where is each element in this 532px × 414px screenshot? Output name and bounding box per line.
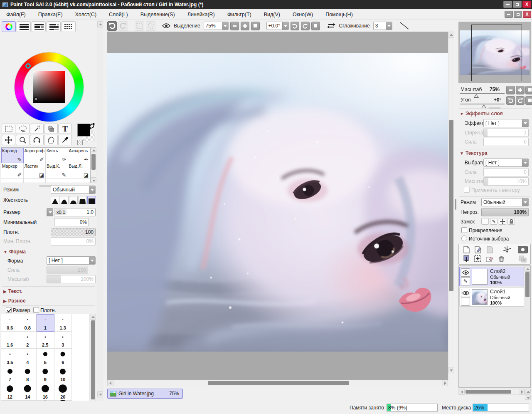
tab-color-wheel[interactable] [2, 21, 16, 32]
rotate-view-tool[interactable] [30, 135, 44, 145]
layer-row[interactable]: Слой1Обычный100% [459, 287, 524, 307]
lock-paint-button[interactable]: ✎ [490, 218, 498, 225]
brush-item[interactable] [1, 178, 24, 183]
brush-size-item[interactable]: 14 [19, 383, 37, 401]
menu-item-3[interactable]: Слой(L) [103, 9, 134, 20]
select-layer-content-icon[interactable] [473, 255, 483, 263]
move-tool[interactable] [2, 135, 15, 145]
effect-width-slider[interactable]: 1 [483, 129, 529, 137]
brush-size-item[interactable]: 0.8 [19, 314, 37, 332]
layer-effects-header[interactable]: ▼Эффекты слоя [460, 111, 503, 117]
navigator-view-rect[interactable] [471, 25, 522, 81]
canvas-artwork[interactable] [107, 53, 448, 352]
hardness-1-button[interactable] [51, 196, 59, 204]
brush-size-item[interactable]: 9 [37, 366, 54, 384]
brush-size-item[interactable]: 10 [54, 366, 72, 384]
angle-combo[interactable]: +0.0° [266, 22, 289, 30]
menu-item-5[interactable]: Линейка(R) [181, 9, 221, 20]
text-section-header[interactable]: ▶Текст. [3, 288, 22, 294]
layers-horizontal-scrollbar[interactable] [458, 389, 525, 395]
size-toggle-checkbox[interactable] [6, 307, 12, 313]
canvas-horizontal-scrollbar[interactable] [107, 380, 448, 386]
tab-rgb-sliders[interactable] [17, 21, 31, 32]
panel-splitter[interactable] [454, 20, 457, 401]
clear-layer-icon[interactable] [485, 255, 495, 263]
size-unit-dropdown[interactable] [47, 208, 53, 216]
canvas-viewport[interactable] [104, 32, 448, 380]
lock-move-button[interactable] [499, 218, 506, 225]
scroll-up-icon[interactable] [525, 389, 531, 394]
menu-item-1[interactable]: Правка(E) [32, 9, 69, 20]
layer-visibility-eye-icon[interactable] [461, 289, 470, 297]
brush-item[interactable] [24, 178, 46, 183]
brush-size-item[interactable]: 2.5 [37, 332, 54, 349]
hand-tool[interactable] [44, 135, 58, 145]
brush-size-item[interactable]: 3.5 [1, 349, 19, 366]
lasso-tool[interactable] [16, 124, 30, 134]
brush-size-item[interactable]: 12 [1, 383, 19, 401]
zoom-reset-button[interactable] [251, 22, 260, 30]
doc-close-button[interactable]: X [523, 11, 531, 18]
document-tab[interactable]: Girl in Water.jpg 75% [107, 389, 183, 399]
texture-scale-slider[interactable]: 10% [483, 177, 529, 186]
nav-rotate-cw-button[interactable] [516, 96, 525, 105]
density-slider[interactable]: 100 [51, 228, 96, 236]
min-size-field[interactable]: 0% [54, 218, 89, 226]
redo-button[interactable] [118, 21, 128, 31]
delete-layer-icon[interactable] [496, 255, 506, 263]
tab-hsv-sliders[interactable] [32, 21, 46, 32]
menu-item-7[interactable]: Вид(V) [258, 9, 286, 20]
nav-rotate-reset-button[interactable] [525, 96, 532, 105]
brush-size-item[interactable]: 1.3 [54, 314, 72, 332]
size-field[interactable]: x0.1 1.0 [54, 208, 96, 216]
tab-mixer[interactable] [47, 21, 61, 32]
hardness-2-button[interactable] [60, 196, 69, 204]
close-button[interactable]: X [522, 1, 531, 8]
brush-size-item[interactable]: 20 [54, 383, 72, 401]
brush-item[interactable] [68, 178, 91, 183]
lock-transparency-button[interactable] [481, 218, 489, 225]
brush-size-item[interactable]: 6 [54, 349, 72, 366]
scroll-up-icon[interactable] [91, 147, 96, 153]
minimize-button[interactable] [503, 1, 512, 8]
misc-section-header[interactable]: ▶Разное [3, 298, 26, 304]
brush-size-item[interactable]: 5 [37, 349, 54, 366]
brush-size-item[interactable]: 7 [1, 366, 19, 384]
nav-zoom-in-button[interactable] [516, 86, 525, 94]
size-grid-scrollbar[interactable] [90, 314, 96, 414]
eyedropper-tool[interactable] [58, 135, 72, 145]
transparent-color-button[interactable] [77, 140, 83, 145]
layer-thumbnail[interactable] [472, 289, 488, 305]
layer-opacity-slider[interactable]: 100% [481, 208, 529, 216]
transform-free-button[interactable] [146, 21, 155, 31]
menu-item-6[interactable]: Фильтр(T) [221, 9, 258, 20]
brush-size-item[interactable]: 2 [19, 332, 37, 349]
rect-select-tool[interactable] [2, 124, 15, 134]
scroll-up-icon[interactable] [97, 21, 103, 27]
clipping-group-icon[interactable] [518, 255, 528, 263]
menu-item-8[interactable]: Окно(W) [286, 9, 319, 20]
canvas-vertical-scrollbar[interactable] [448, 32, 454, 380]
scroll-right-icon[interactable] [442, 380, 448, 386]
new-folder-icon[interactable] [485, 245, 495, 254]
zoom-combo[interactable]: 75% [204, 22, 229, 30]
layer-mode-combo[interactable]: Обычный [481, 198, 529, 206]
hardness-3-button[interactable] [69, 196, 78, 204]
nav-zoom-out-button[interactable] [506, 86, 515, 94]
brush-item[interactable]: Каранд.✎ [1, 148, 24, 163]
smoothing-combo[interactable]: 3 [373, 22, 392, 30]
hardness-4-button[interactable] [78, 196, 87, 204]
scroll-up-icon[interactable] [525, 266, 530, 272]
brush-size-item[interactable]: 3 [54, 332, 72, 349]
brush-size-item[interactable]: 1 [37, 314, 54, 332]
scroll-left-icon[interactable] [459, 389, 465, 394]
layer-visibility-eye-icon[interactable] [461, 268, 470, 277]
menu-item-0[interactable]: Файл(F) [0, 9, 32, 20]
tab-swatches[interactable] [62, 21, 76, 32]
texture-strength-slider[interactable]: 0 [483, 168, 529, 176]
lock-all-icon[interactable] [507, 218, 515, 225]
brush-item[interactable]: Ластик◪ [24, 163, 46, 178]
shape-combo[interactable]: [ Нет ] [47, 256, 96, 265]
doc-restore-button[interactable] [514, 11, 522, 18]
nav-zoom-reset-button[interactable] [525, 86, 532, 94]
